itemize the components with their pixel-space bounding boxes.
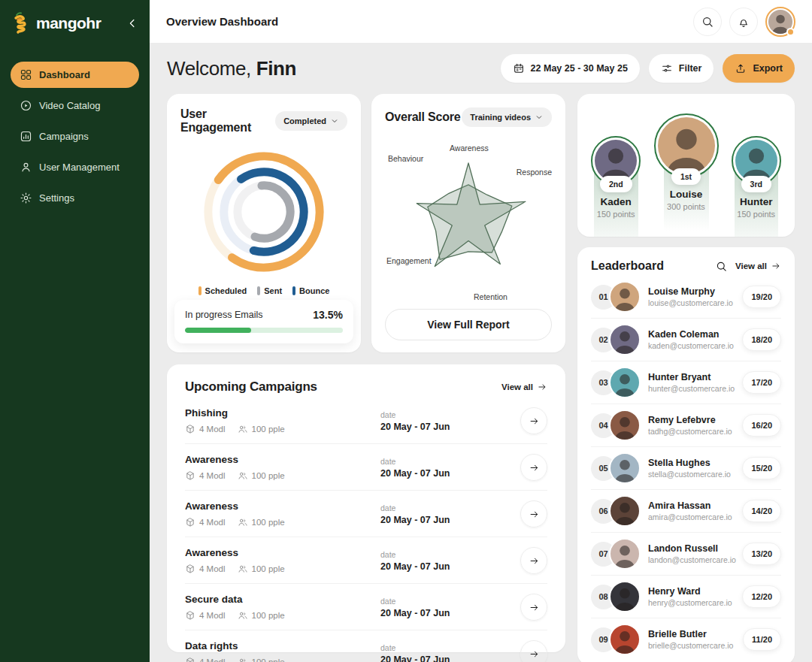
leaderboard-row[interactable]: 09 Brielle Butler brielle@customercare.i… [591,618,781,660]
leaderboard-list: 01 Louise Murphy louise@customercare.io … [591,276,781,660]
campaign-open-button[interactable] [520,454,547,481]
module-icon [185,657,195,662]
leaderboard-name: Amira Hassan [648,500,732,511]
score-pill: 12/20 [742,585,781,608]
topbar: Overview Dashboard [150,0,812,43]
campaigns-title: Upcoming Campaigns [185,379,317,394]
campaign-modules: 4 Modl [199,518,226,527]
campaign-open-button[interactable] [520,547,547,574]
leaderboard-row[interactable]: 08 Henry Ward henry@customercare.io 12/2… [591,576,781,618]
avatar [609,538,641,570]
leaderboard-row[interactable]: 03 Hunter Bryant hunter@customercare.io … [591,361,781,404]
campaigns-view-all-link[interactable]: View all [501,382,547,392]
campaign-modules: 4 Modl [199,471,226,480]
search-icon[interactable] [715,260,728,273]
podium-entry[interactable]: 3rd Hunter 150 points [729,94,785,237]
leaderboard-row[interactable]: 04 Remy Lefebvre tadhg@customercare.io 1… [591,404,781,447]
campaign-name: Awareness [185,547,380,558]
people-icon [238,657,248,662]
arrow-right-icon [529,602,540,613]
view-full-report-button[interactable]: View Full Report [385,309,552,340]
score-filter-dropdown[interactable]: Training videos [462,107,552,127]
avatar [609,452,641,484]
user-avatar[interactable] [765,7,795,37]
campaign-date: 20 May - 07 Jun [380,422,510,432]
campaign-date-label: date [380,457,510,466]
chevron-left-icon[interactable] [126,17,139,30]
export-button[interactable]: Export [723,54,795,83]
leaderboard-row[interactable]: 06 Amira Hassan amira@customercare.io 14… [591,490,781,533]
leaderboard-name: Hunter Bryant [648,372,735,382]
legend-item: Sent [257,286,282,295]
campaign-row: Awareness 4 Modl 100 pple [185,491,547,537]
campaign-modules: 4 Modl [199,611,226,620]
module-icon [185,470,195,481]
progress-label: In progress Emails [185,310,263,320]
avatar [609,367,641,398]
campaign-open-button[interactable] [520,594,547,621]
people-icon [238,610,248,621]
leaderboard-email: louise@customercare.io [648,298,733,307]
bell-icon [737,15,750,29]
leaderboard-email: hunter@customercare.io [648,384,735,393]
leaderboard-row[interactable]: 01 Louise Murphy louise@customercare.io … [591,276,781,319]
status-badge [786,28,795,36]
upcoming-campaigns-card: Upcoming Campaigns View all Phishing [167,364,565,652]
campaign-row: Phishing 4 Modl 100 pple [185,398,547,444]
campaign-people: 100 pple [252,425,285,434]
campaign-date-label: date [380,643,510,652]
welcome-heading: Welcome, Finn [167,57,296,80]
export-icon [735,62,747,74]
campaign-date-label: date [380,550,510,559]
notifications-button[interactable] [729,8,758,36]
campaign-people: 100 pple [252,471,285,480]
leaderboard-email: stella@customercare.io [648,470,731,479]
sidebar-item-label: Campaigns [39,131,89,142]
engagement-filter-dropdown[interactable]: Completed [275,111,347,131]
progress-value: 13.5% [313,309,343,321]
date-range-label: 22 May 25 - 30 May 25 [531,63,628,74]
leaderboard-email: brielle@customercare.io [648,641,733,650]
score-pill: 17/20 [742,371,781,394]
sidebar-item-video-catalog[interactable]: Video Catalog [11,92,139,119]
arrow-right-icon [529,509,540,520]
campaign-open-button[interactable] [520,640,547,662]
rank-badge: 1st [671,168,701,185]
dashboard-icon [20,68,32,81]
user-engagement-title: User Engagement [180,107,275,135]
chevron-down-icon [330,116,339,125]
podium-entry[interactable]: 2nd Kaden 150 points [588,94,644,237]
sidebar: mangohr Dashboard Video Catalog Campaign… [0,0,150,662]
campaign-open-button[interactable] [520,500,547,527]
legend-item: Bounce [292,286,329,295]
leaderboard-name: Remy Lefebvre [648,415,732,425]
sidebar-item-campaigns[interactable]: Campaigns [11,123,139,150]
campaign-date-label: date [380,410,510,419]
avatar [609,281,641,313]
leaderboard-row[interactable]: 05 Stella Hughes stella@customercare.io … [591,447,781,490]
avatar [658,117,715,174]
sidebar-item-user-management[interactable]: User Management [11,154,139,180]
leaderboard-email: landon@customercare.io [648,555,736,564]
podium-entry[interactable]: 1st Louise 300 points [658,94,715,237]
podium-name: Kaden [601,196,632,207]
date-range-button[interactable]: 22 May 25 - 30 May 25 [501,54,640,83]
top-performers-card: 2nd Kaden 150 points 1st Louise 300 poin… [577,94,795,237]
campaign-open-button[interactable] [520,407,547,434]
leaderboard-row[interactable]: 07 Landon Russell landon@customercare.io… [591,533,781,576]
filter-button[interactable]: Filter [649,54,714,83]
leaderboard-view-all-link[interactable]: View all [735,261,781,271]
overall-score-radar-chart: AwarenessResponseRetentionEngagementBeha… [385,131,552,306]
in-progress-emails-card: In progress Emails 13.5% [174,300,353,343]
sidebar-item-settings[interactable]: Settings [11,185,139,211]
score-pill: 18/20 [742,328,781,351]
logo[interactable]: mangohr [0,0,150,42]
sidebar-item-dashboard[interactable]: Dashboard [11,62,139,88]
main-content: Welcome, Finn 22 May 25 - 30 May 25 Filt… [150,43,812,662]
search-button[interactable] [693,8,722,36]
leaderboard-email: henry@customercare.io [648,598,732,607]
leaderboard-row[interactable]: 02 Kaden Coleman kaden@customercare.io 1… [591,319,781,361]
score-pill: 14/20 [742,500,781,522]
app-name: mangohr [36,14,101,32]
campaign-modules: 4 Modl [199,657,226,662]
